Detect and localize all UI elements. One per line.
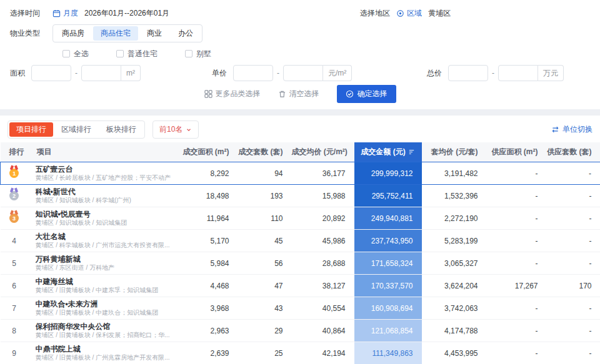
project-name[interactable]: 大壮名城 [36,232,176,241]
checkbox-select-all[interactable]: 全选 [62,49,89,59]
supply-units-cell: 170 [547,275,600,297]
area-max-input[interactable] [81,65,121,81]
deal-avg-price-cell: 45,986 [292,230,354,252]
tab-project-ranking[interactable]: 项目排行 [9,122,53,137]
header-deal-amount[interactable]: 成交金额 (元) [354,142,422,162]
deal-avg-price-cell: 42,194 [292,342,354,364]
supply-area-cell: - [487,162,547,185]
unit-price-min-input[interactable] [233,65,273,81]
avg-total-price-cell: 3,624,204 [422,275,487,297]
table-row[interactable]: 2科城•新世代黄埔区 / 知识城板块 / 科学城(广州)18,49819315,… [1,185,600,207]
project-name[interactable]: 五矿壹云台 [36,165,176,174]
time-mode-select[interactable]: 月度 [52,8,78,19]
project-cell[interactable]: 万科黄埔新城黄埔区 / 东区街道 / 万科地产 [28,252,176,275]
total-price-max-input[interactable] [498,65,538,81]
project-cell[interactable]: 中建海丝城黄埔区 / 旧黄埔板块 / 中建东孚；知识城集团 [28,275,176,297]
area-label: 面积 [10,68,25,79]
deal-area-cell: 8,292 [176,162,238,185]
region-type-select[interactable]: 区域 [396,8,422,19]
unit-switch-button[interactable]: 单位切换 [551,124,592,135]
project-subtitle: 黄埔区 / 知识城板块 / 知识城集团 [36,219,176,227]
deal-units-cell: 94 [238,162,292,185]
project-cell[interactable]: 科城•新世代黄埔区 / 知识城板块 / 科学城(广州) [28,185,176,207]
total-price-range-filter: 总价 - 万元 [427,65,564,81]
project-name[interactable]: 中建玖合•未来方洲 [36,300,176,308]
supply-units-cell: - [547,162,600,185]
gold-medal-icon: 1 [9,169,19,178]
header-rank[interactable]: 排行 [1,142,28,162]
time-filter-label: 选择时间 [10,8,46,19]
table-row[interactable]: 3知识城•悦辰壹号黄埔区 / 知识城板块 / 知识城集团11,96411020,… [1,207,600,230]
avg-total-price-cell: 5,283,199 [422,230,487,252]
supply-area-cell: - [487,342,547,364]
table-row[interactable]: 4大壮名城黄埔区 / 科学城板块 / 广州市运兆大有投资有限...5,17045… [1,230,600,252]
total-price-min-input[interactable] [448,65,488,81]
time-filter: 选择时间 月度 2026年01月--2026年01月 [10,8,360,19]
checkbox-label: 别墅 [196,49,211,59]
table-row[interactable]: 5万科黄埔新城黄埔区 / 东区街道 / 万科地产5,9845628,688171… [1,252,600,275]
unit-switch-label: 单位切换 [562,124,592,135]
top10-dropdown[interactable]: 前10名 [152,121,199,139]
supply-area-cell: - [487,320,547,342]
region-filter-label: 选择地区 [360,8,390,19]
table-row[interactable]: 1五矿壹云台黄埔区 / 长岭居板块 / 五矿地产控股；平安不动产8,292943… [1,162,600,185]
time-range-value[interactable]: 2026年01月--2026年01月 [84,8,169,19]
sort-descending-icon [408,149,415,155]
option-commodity-residence[interactable]: 商品住宅 [93,26,138,41]
confirm-selection-button[interactable]: 确定选择 [337,85,396,103]
header-project[interactable]: 项目 [28,142,176,162]
top10-label: 前10名 [159,124,182,135]
project-name[interactable]: 科城•新世代 [36,187,176,196]
deal-amount-cell: 111,349,863 [354,342,422,364]
range-separator: - [75,69,78,77]
avg-total-price-cell: 1,532,396 [422,185,487,207]
option-office[interactable]: 办公 [171,26,201,41]
unit-price-max-input[interactable] [283,65,323,81]
supply-area-cell: - [487,185,547,207]
table-body: 1五矿壹云台黄埔区 / 长岭居板块 / 五矿地产控股；平安不动产8,292943… [1,162,600,364]
checkbox-ordinary-residence[interactable]: 普通住宅 [116,49,158,59]
deal-avg-price-cell: 36,177 [292,162,354,185]
project-name[interactable]: 中鼎书院上城 [36,345,176,353]
project-name[interactable]: 万科黄埔新城 [36,255,176,263]
project-cell[interactable]: 中建玖合•未来方洲黄埔区 / 旧黄埔板块 / 中建玖合；知识城集团 [28,297,176,320]
checkbox-label: 普通住宅 [128,49,158,59]
rank-cell: 4 [1,230,28,252]
table-header-row: 排行 项目 成交面积 (m²) 成交套数 (套) 成交均价 (元/m²) 成交金… [1,142,600,162]
project-cell[interactable]: 保利招商华发中央公馆黄埔区 / 旧黄埔板块 / 保利发展；招商蛇口；华... [28,320,176,342]
chevron-down-icon [186,127,192,133]
project-cell[interactable]: 中鼎书院上城黄埔区 / 旧黄埔板块 / 广州兆霖房地产开发有限... [28,342,176,364]
project-name[interactable]: 中建海丝城 [36,277,176,286]
area-min-input[interactable] [31,65,71,81]
region-value[interactable]: 黄埔区 [428,8,451,19]
option-commodity-housing[interactable]: 商品房 [54,26,92,41]
project-cell[interactable]: 大壮名城黄埔区 / 科学城板块 / 广州市运兆大有投资有限... [28,230,176,252]
header-avg-total-price[interactable]: 套均价 (元/套) [422,142,487,162]
option-commercial[interactable]: 商业 [139,26,169,41]
table-row[interactable]: 8保利招商华发中央公馆黄埔区 / 旧黄埔板块 / 保利发展；招商蛇口；华...2… [1,320,600,342]
project-cell[interactable]: 知识城•悦辰壹号黄埔区 / 知识城板块 / 知识城集团 [28,207,176,230]
tab-region-ranking[interactable]: 区域排行 [54,122,98,137]
clear-selection-label: 清空选择 [289,89,319,99]
table-row[interactable]: 7中建玖合•未来方洲黄埔区 / 旧黄埔板块 / 中建玖合；知识城集团3,9684… [1,297,600,320]
header-supply-area[interactable]: 供应面积 (m²) [487,142,547,162]
more-categories-label: 更多品类选择 [216,89,261,99]
avg-total-price-cell: 3,065,327 [422,252,487,275]
project-cell[interactable]: 五矿壹云台黄埔区 / 长岭居板块 / 五矿地产控股；平安不动产 [28,162,176,185]
checkbox-villa[interactable]: 别墅 [185,49,211,59]
more-categories-button[interactable]: 更多品类选择 [204,89,261,99]
header-deal-avg-price[interactable]: 成交均价 (元/m²) [292,142,354,162]
project-name[interactable]: 知识城•悦辰壹号 [36,210,176,219]
clear-selection-button[interactable]: 清空选择 [278,89,319,99]
avg-total-price-cell: 3,191,482 [422,162,487,185]
project-subtitle: 黄埔区 / 东区街道 / 万科地产 [36,264,176,272]
table-row[interactable]: 6中建海丝城黄埔区 / 旧黄埔板块 / 中建东孚；知识城集团4,4684738,… [1,275,600,297]
tab-block-ranking[interactable]: 板块排行 [99,122,143,137]
header-supply-units[interactable]: 供应套数 (套) [547,142,600,162]
header-deal-area[interactable]: 成交面积 (m²) [176,142,238,162]
page: 选择时间 月度 2026年01月--2026年01月 选择地区 区域 黄埔区 物… [0,0,600,364]
project-name[interactable]: 保利招商华发中央公馆 [36,322,176,331]
header-deal-units[interactable]: 成交套数 (套) [238,142,292,162]
deal-avg-price-cell: 38,127 [292,275,354,297]
table-row[interactable]: 9中鼎书院上城黄埔区 / 旧黄埔板块 / 广州兆霖房地产开发有限...2,639… [1,342,600,364]
